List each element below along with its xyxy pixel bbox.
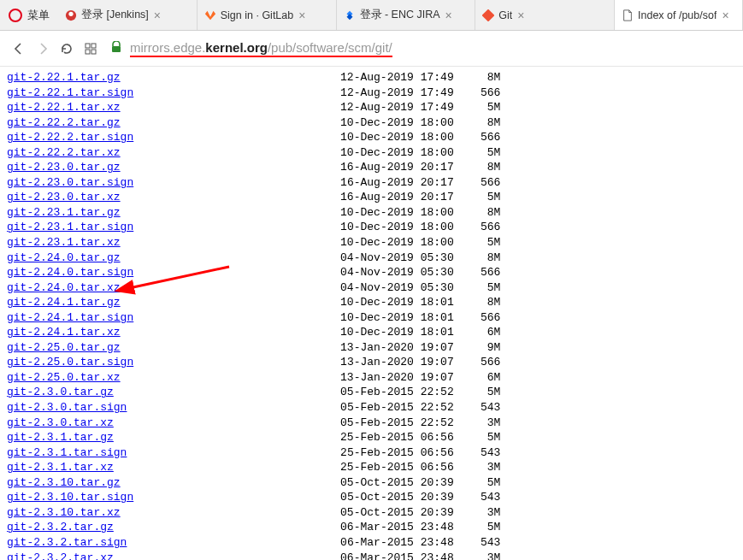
listing-row: git-2.22.2.tar.xz 10-Dec-2019 18:00 5M [7, 145, 736, 161]
listing-row: git-2.23.0.tar.gz 16-Aug-2019 20:17 8M [7, 160, 736, 175]
listing-row: git-2.3.10.tar.sign 05-Oct-2015 20:39 54… [7, 490, 736, 505]
svg-rect-7 [91, 50, 96, 54]
svg-marker-2 [205, 10, 215, 20]
grid-icon [84, 42, 97, 56]
opera-icon [9, 9, 22, 22]
svg-point-1 [68, 11, 73, 15]
toolbar: mirrors.edge.kernel.org/pub/software/scm… [0, 31, 743, 67]
file-link[interactable]: git-2.24.1.tar.xz [7, 326, 121, 339]
listing-row: git-2.3.0.tar.sign 05-Feb-2015 22:52 543 [7, 400, 736, 416]
tab-title: Index of /pub/sof [638, 9, 716, 21]
browser-tab[interactable]: Git× [475, 0, 615, 30]
listing-row: git-2.3.2.tar.gz 06-Mar-2015 23:48 5M [7, 520, 736, 535]
listing-row: git-2.3.1.tar.xz 25-Feb-2015 06:56 3M [7, 460, 736, 475]
svg-rect-5 [91, 44, 96, 48]
listing-row: git-2.23.0.tar.xz 16-Aug-2019 20:17 5M [7, 190, 736, 205]
listing-row: git-2.3.1.tar.gz 25-Feb-2015 06:56 5M [7, 430, 736, 445]
lock-icon [111, 41, 121, 56]
close-icon[interactable]: × [445, 9, 452, 21]
listing-row: git-2.23.1.tar.gz 10-Dec-2019 18:00 8M [7, 205, 736, 221]
tab-title: 登录 - ENC JIRA [360, 8, 440, 22]
listing-row: git-2.25.0.tar.xz 13-Jan-2020 19:07 6M [7, 370, 736, 386]
file-link[interactable]: git-2.3.2.tar.sign [7, 536, 127, 549]
listing-row: git-2.3.2.tar.xz 06-Mar-2015 23:48 3M [7, 551, 736, 561]
listing-row: git-2.24.0.tar.sign 04-Nov-2019 05:30 56… [7, 265, 736, 280]
listing-row: git-2.3.0.tar.gz 05-Feb-2015 22:52 5M [7, 385, 736, 400]
file-link[interactable]: git-2.3.0.tar.gz [7, 386, 114, 398]
file-link[interactable]: git-2.25.0.tar.gz [7, 341, 121, 354]
listing-row: git-2.22.2.tar.sign 10-Dec-2019 18:00 56… [7, 130, 736, 145]
reload-button[interactable] [55, 37, 79, 61]
file-link[interactable]: git-2.24.0.tar.xz [7, 281, 121, 294]
file-link[interactable]: git-2.22.2.tar.xz [7, 146, 121, 159]
browser-tab[interactable]: 登录 [Jenkins]× [58, 0, 198, 30]
file-link[interactable]: git-2.24.1.tar.sign [7, 311, 133, 324]
tab-bar: 菜单 登录 [Jenkins]×Sign in · GitLab×登录 - EN… [0, 0, 743, 31]
address-bar[interactable]: mirrors.edge.kernel.org/pub/software/scm… [111, 40, 736, 57]
file-link[interactable]: git-2.25.0.tar.sign [7, 356, 133, 368]
browser-tab[interactable]: Sign in · GitLab× [198, 0, 337, 30]
file-link[interactable]: git-2.24.0.tar.sign [7, 266, 133, 279]
listing-row: git-2.3.10.tar.xz 05-Oct-2015 20:39 3M [7, 505, 736, 521]
file-link[interactable]: git-2.22.1.tar.xz [7, 101, 121, 114]
file-link[interactable]: git-2.3.10.tar.gz [7, 476, 121, 489]
file-link[interactable]: git-2.22.2.tar.gz [7, 116, 121, 129]
speed-dial-button[interactable] [79, 37, 103, 61]
file-link[interactable]: git-2.3.1.tar.sign [7, 446, 127, 459]
file-link[interactable]: git-2.3.1.tar.xz [7, 461, 114, 474]
listing-row: git-2.23.1.tar.xz 10-Dec-2019 18:00 5M [7, 235, 736, 251]
tab-title: 登录 [Jenkins] [81, 8, 149, 22]
listing-row: git-2.24.0.tar.gz 04-Nov-2019 05:30 8M [7, 251, 736, 266]
file-link[interactable]: git-2.22.1.tar.sign [7, 86, 133, 99]
listing-row: git-2.22.2.tar.gz 10-Dec-2019 18:00 8M [7, 115, 736, 131]
url-text: mirrors.edge.kernel.org/pub/software/scm… [130, 40, 392, 57]
listing-row: git-2.24.1.tar.xz 10-Dec-2019 18:01 6M [7, 325, 736, 340]
file-icon [622, 9, 634, 21]
file-link[interactable]: git-2.3.10.tar.xz [7, 506, 121, 519]
file-link[interactable]: git-2.3.0.tar.sign [7, 401, 127, 414]
browser-tab[interactable]: Index of /pub/sof× [615, 0, 743, 30]
listing-row: git-2.24.0.tar.xz 04-Nov-2019 05:30 5M [7, 280, 736, 296]
svg-rect-4 [86, 44, 90, 48]
directory-listing: git-2.22.1.tar.gz 12-Aug-2019 17:49 8Mgi… [0, 67, 743, 560]
file-link[interactable]: git-2.23.0.tar.xz [7, 191, 121, 203]
listing-row: git-2.22.1.tar.sign 12-Aug-2019 17:49 56… [7, 85, 736, 101]
browser-tab[interactable]: 登录 - ENC JIRA× [337, 0, 476, 30]
file-link[interactable]: git-2.24.0.tar.gz [7, 251, 121, 264]
file-link[interactable]: git-2.22.1.tar.gz [7, 71, 121, 84]
close-icon[interactable]: × [298, 9, 305, 21]
forward-button[interactable] [31, 37, 55, 61]
close-icon[interactable]: × [154, 9, 161, 21]
reload-icon [60, 42, 74, 56]
chevron-right-icon [36, 42, 50, 56]
file-link[interactable]: git-2.3.10.tar.sign [7, 491, 133, 504]
close-icon[interactable]: × [517, 9, 524, 21]
file-link[interactable]: git-2.23.0.tar.sign [7, 176, 133, 189]
opera-menu-button[interactable]: 菜单 [0, 0, 58, 30]
file-link[interactable]: git-2.3.2.tar.xz [7, 551, 114, 561]
file-link[interactable]: git-2.3.0.tar.xz [7, 416, 114, 429]
listing-row: git-2.3.0.tar.xz 05-Feb-2015 22:52 3M [7, 416, 736, 431]
file-link[interactable]: git-2.22.2.tar.sign [7, 131, 133, 144]
file-link[interactable]: git-2.3.1.tar.gz [7, 431, 114, 444]
listing-row: git-2.22.1.tar.xz 12-Aug-2019 17:49 5M [7, 100, 736, 115]
close-icon[interactable]: × [722, 9, 728, 21]
listing-row: git-2.3.10.tar.gz 05-Oct-2015 20:39 5M [7, 475, 736, 491]
listing-row: git-2.24.1.tar.gz 10-Dec-2019 18:01 8M [7, 295, 736, 310]
svg-rect-3 [482, 9, 494, 21]
file-link[interactable]: git-2.23.0.tar.gz [7, 161, 121, 174]
menu-label: 菜单 [27, 8, 50, 23]
file-link[interactable]: git-2.25.0.tar.xz [7, 371, 121, 384]
file-link[interactable]: git-2.24.1.tar.gz [7, 296, 121, 309]
back-button[interactable] [7, 37, 31, 61]
file-link[interactable]: git-2.23.1.tar.xz [7, 236, 121, 249]
tab-title: Git [498, 9, 512, 21]
listing-row: git-2.23.1.tar.sign 10-Dec-2019 18:00 56… [7, 220, 736, 235]
file-link[interactable]: git-2.23.1.tar.gz [7, 206, 121, 219]
file-link[interactable]: git-2.23.1.tar.sign [7, 221, 133, 233]
file-link[interactable]: git-2.3.2.tar.gz [7, 521, 114, 533]
svg-rect-8 [112, 46, 121, 52]
tab-title: Sign in · GitLab [221, 9, 293, 21]
listing-row: git-2.22.1.tar.gz 12-Aug-2019 17:49 8M [7, 70, 736, 85]
git-icon [482, 9, 494, 21]
